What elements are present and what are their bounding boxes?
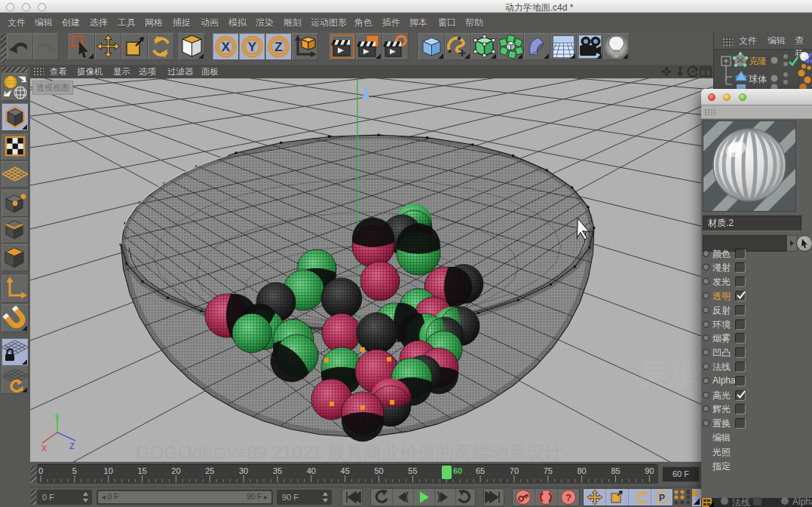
svg-text:90: 90 xyxy=(645,466,654,475)
svg-text:50: 50 xyxy=(374,466,383,475)
svg-text:Y: Y xyxy=(248,40,257,54)
svg-text:0: 0 xyxy=(38,466,43,475)
svg-text:GOGOdh⊙v≡89 21021 最具商业价值的高端动系: GOGOdh⊙v≡89 21021 最具商业价值的高端动系设计 xyxy=(136,442,562,462)
svg-text:P: P xyxy=(659,493,665,503)
svg-text:20: 20 xyxy=(171,466,180,475)
svg-text:70: 70 xyxy=(510,466,519,475)
svg-text:15: 15 xyxy=(137,466,146,475)
svg-text:10: 10 xyxy=(104,466,113,475)
svg-text:25: 25 xyxy=(205,466,214,475)
svg-text:克隆: 克隆 xyxy=(749,56,767,66)
svg-text:80: 80 xyxy=(577,466,586,475)
svg-text:5: 5 xyxy=(72,466,77,475)
svg-text:果糖: 果糖 xyxy=(639,359,700,392)
svg-text:45: 45 xyxy=(341,466,350,475)
svg-text:60: 60 xyxy=(453,466,462,475)
svg-text:Y: Y xyxy=(54,414,60,423)
svg-text:Z: Z xyxy=(274,40,282,54)
svg-text:30: 30 xyxy=(239,466,248,475)
svg-text:?: ? xyxy=(565,492,571,503)
svg-text:35: 35 xyxy=(273,466,282,475)
svg-text:75: 75 xyxy=(544,466,553,475)
svg-text:40: 40 xyxy=(307,466,316,475)
svg-text:X: X xyxy=(222,40,231,54)
svg-text:X: X xyxy=(41,444,47,453)
svg-text:65: 65 xyxy=(476,466,485,475)
svg-text:Z: Z xyxy=(69,441,75,450)
svg-text:85: 85 xyxy=(611,466,620,475)
svg-text:55: 55 xyxy=(408,466,417,475)
